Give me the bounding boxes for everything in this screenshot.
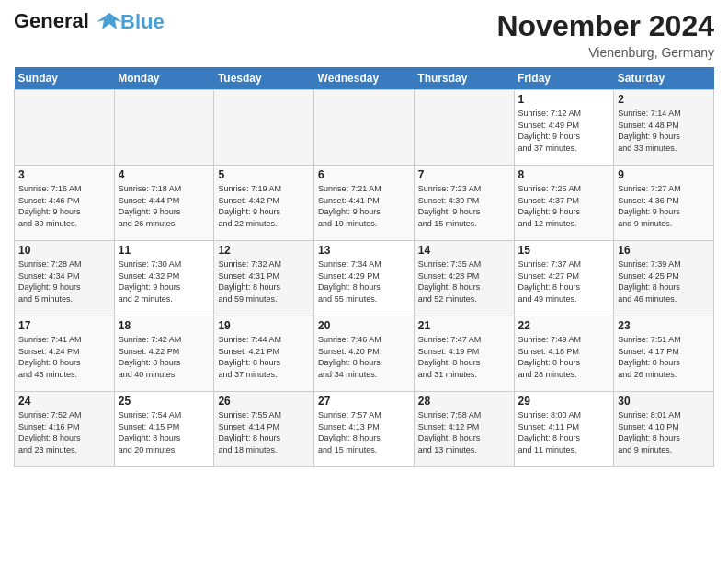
day-info: Sunrise: 7:12 AM Sunset: 4:49 PM Dayligh… [518, 108, 610, 154]
calendar-cell: 30Sunrise: 8:01 AM Sunset: 4:10 PM Dayli… [614, 392, 714, 467]
col-tuesday: Tuesday [214, 67, 314, 90]
logo: General Blue [14, 9, 165, 35]
calendar-cell: 19Sunrise: 7:44 AM Sunset: 4:21 PM Dayli… [214, 316, 314, 392]
day-info: Sunrise: 7:21 AM Sunset: 4:41 PM Dayligh… [318, 183, 410, 229]
month-title: November 2024 [496, 9, 714, 43]
day-info: Sunrise: 7:30 AM Sunset: 4:32 PM Dayligh… [119, 259, 210, 304]
day-info: Sunrise: 7:55 AM Sunset: 4:14 PM Dayligh… [218, 409, 310, 455]
location: Vienenburg, Germany [496, 45, 714, 60]
day-info: Sunrise: 8:00 AM Sunset: 4:11 PM Dayligh… [518, 409, 610, 455]
day-number: 26 [218, 395, 310, 408]
calendar-cell: 18Sunrise: 7:42 AM Sunset: 4:22 PM Dayli… [114, 316, 214, 392]
day-info: Sunrise: 7:19 AM Sunset: 4:42 PM Dayligh… [218, 183, 310, 229]
col-sunday: Sunday [15, 67, 115, 90]
day-number: 22 [518, 319, 610, 332]
day-info: Sunrise: 7:54 AM Sunset: 4:15 PM Dayligh… [119, 409, 210, 455]
day-info: Sunrise: 7:49 AM Sunset: 4:18 PM Dayligh… [518, 334, 610, 380]
day-info: Sunrise: 7:41 AM Sunset: 4:24 PM Dayligh… [18, 334, 110, 380]
day-info: Sunrise: 7:25 AM Sunset: 4:37 PM Dayligh… [518, 183, 610, 229]
day-number: 21 [418, 319, 510, 332]
day-number: 1 [518, 93, 610, 106]
calendar-cell: 26Sunrise: 7:55 AM Sunset: 4:14 PM Dayli… [214, 392, 314, 467]
week-row-2: 3Sunrise: 7:16 AM Sunset: 4:46 PM Daylig… [15, 166, 714, 241]
day-info: Sunrise: 7:18 AM Sunset: 4:44 PM Dayligh… [119, 183, 210, 229]
day-number: 5 [218, 168, 310, 181]
day-number: 19 [218, 319, 310, 332]
day-number: 30 [618, 395, 710, 408]
week-row-3: 10Sunrise: 7:28 AM Sunset: 4:34 PM Dayli… [15, 241, 714, 316]
logo-blue: Blue [120, 10, 165, 34]
week-row-5: 24Sunrise: 7:52 AM Sunset: 4:16 PM Dayli… [15, 392, 714, 467]
day-info: Sunrise: 7:28 AM Sunset: 4:34 PM Dayligh… [18, 259, 110, 304]
day-number: 24 [18, 395, 110, 408]
calendar-cell: 20Sunrise: 7:46 AM Sunset: 4:20 PM Dayli… [314, 316, 415, 392]
calendar-cell [214, 90, 314, 166]
day-info: Sunrise: 7:27 AM Sunset: 4:36 PM Dayligh… [618, 183, 710, 229]
calendar-cell: 25Sunrise: 7:54 AM Sunset: 4:15 PM Dayli… [114, 392, 214, 467]
calendar-cell: 12Sunrise: 7:32 AM Sunset: 4:31 PM Dayli… [214, 241, 314, 316]
col-wednesday: Wednesday [314, 67, 415, 90]
calendar-cell [414, 90, 514, 166]
col-saturday: Saturday [614, 67, 714, 90]
day-info: Sunrise: 8:01 AM Sunset: 4:10 PM Dayligh… [618, 409, 710, 455]
day-info: Sunrise: 7:46 AM Sunset: 4:20 PM Dayligh… [318, 334, 410, 380]
calendar-table: Sunday Monday Tuesday Wednesday Thursday… [14, 67, 714, 467]
day-info: Sunrise: 7:57 AM Sunset: 4:13 PM Dayligh… [318, 409, 410, 455]
calendar-cell: 23Sunrise: 7:51 AM Sunset: 4:17 PM Dayli… [614, 316, 714, 392]
calendar-cell: 22Sunrise: 7:49 AM Sunset: 4:18 PM Dayli… [514, 316, 614, 392]
calendar-cell: 1Sunrise: 7:12 AM Sunset: 4:49 PM Daylig… [514, 90, 614, 166]
calendar-cell: 17Sunrise: 7:41 AM Sunset: 4:24 PM Dayli… [15, 316, 115, 392]
day-info: Sunrise: 7:34 AM Sunset: 4:29 PM Dayligh… [318, 259, 410, 304]
day-number: 9 [618, 168, 710, 181]
day-number: 7 [418, 168, 510, 181]
calendar-cell: 27Sunrise: 7:57 AM Sunset: 4:13 PM Dayli… [314, 392, 415, 467]
calendar-cell: 6Sunrise: 7:21 AM Sunset: 4:41 PM Daylig… [314, 166, 415, 241]
calendar-cell: 2Sunrise: 7:14 AM Sunset: 4:48 PM Daylig… [614, 90, 714, 166]
day-info: Sunrise: 7:58 AM Sunset: 4:12 PM Dayligh… [418, 409, 510, 455]
day-info: Sunrise: 7:35 AM Sunset: 4:28 PM Dayligh… [418, 259, 510, 304]
calendar-cell: 3Sunrise: 7:16 AM Sunset: 4:46 PM Daylig… [15, 166, 115, 241]
calendar-cell: 7Sunrise: 7:23 AM Sunset: 4:39 PM Daylig… [414, 166, 514, 241]
day-number: 13 [318, 244, 410, 257]
calendar-cell: 10Sunrise: 7:28 AM Sunset: 4:34 PM Dayli… [15, 241, 115, 316]
day-number: 15 [518, 244, 610, 257]
header-row: Sunday Monday Tuesday Wednesday Thursday… [15, 67, 714, 90]
day-number: 12 [218, 244, 310, 257]
day-info: Sunrise: 7:14 AM Sunset: 4:48 PM Dayligh… [618, 108, 710, 154]
day-info: Sunrise: 7:44 AM Sunset: 4:21 PM Dayligh… [218, 334, 310, 380]
title-area: November 2024 Vienenburg, Germany [496, 9, 714, 60]
calendar-cell: 5Sunrise: 7:19 AM Sunset: 4:42 PM Daylig… [214, 166, 314, 241]
day-number: 25 [119, 395, 210, 408]
day-number: 18 [119, 319, 210, 332]
calendar-cell: 28Sunrise: 7:58 AM Sunset: 4:12 PM Dayli… [414, 392, 514, 467]
day-number: 16 [618, 244, 710, 257]
svg-marker-0 [97, 13, 122, 29]
week-row-1: 1Sunrise: 7:12 AM Sunset: 4:49 PM Daylig… [15, 90, 714, 166]
day-info: Sunrise: 7:51 AM Sunset: 4:17 PM Dayligh… [618, 334, 710, 380]
day-number: 28 [418, 395, 510, 408]
day-number: 10 [18, 244, 110, 257]
day-number: 2 [618, 93, 710, 106]
page-container: General Blue November 2024 Vienenburg, G… [0, 0, 728, 472]
calendar-cell: 4Sunrise: 7:18 AM Sunset: 4:44 PM Daylig… [114, 166, 214, 241]
day-number: 8 [518, 168, 610, 181]
calendar-cell: 16Sunrise: 7:39 AM Sunset: 4:25 PM Dayli… [614, 241, 714, 316]
calendar-cell: 13Sunrise: 7:34 AM Sunset: 4:29 PM Dayli… [314, 241, 415, 316]
calendar-cell: 9Sunrise: 7:27 AM Sunset: 4:36 PM Daylig… [614, 166, 714, 241]
day-info: Sunrise: 7:52 AM Sunset: 4:16 PM Dayligh… [18, 409, 110, 455]
day-number: 3 [18, 168, 110, 181]
col-monday: Monday [114, 67, 214, 90]
calendar-cell: 8Sunrise: 7:25 AM Sunset: 4:37 PM Daylig… [514, 166, 614, 241]
day-number: 23 [618, 319, 710, 332]
day-number: 11 [119, 244, 210, 257]
day-number: 20 [318, 319, 410, 332]
calendar-cell [15, 90, 115, 166]
col-thursday: Thursday [414, 67, 514, 90]
day-number: 29 [518, 395, 610, 408]
calendar-cell [114, 90, 214, 166]
calendar-cell: 29Sunrise: 8:00 AM Sunset: 4:11 PM Dayli… [514, 392, 614, 467]
logo-bird-icon [97, 9, 122, 35]
day-number: 17 [18, 319, 110, 332]
calendar-cell: 14Sunrise: 7:35 AM Sunset: 4:28 PM Dayli… [414, 241, 514, 316]
day-info: Sunrise: 7:37 AM Sunset: 4:27 PM Dayligh… [518, 259, 610, 304]
